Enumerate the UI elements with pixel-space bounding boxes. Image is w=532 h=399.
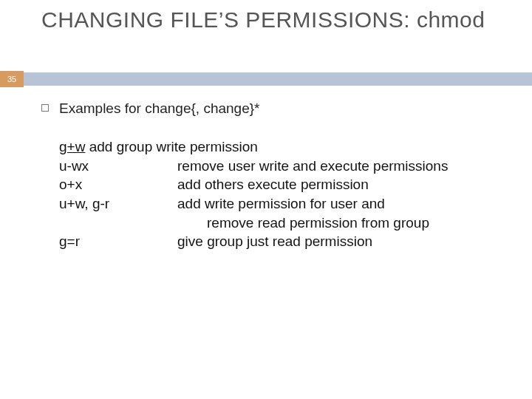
example-desc: remove user write and execute permission…	[177, 157, 510, 176]
page-number-tab: 35	[0, 71, 24, 87]
bullet-text: Examples for change{, change}*	[59, 100, 259, 117]
example-cmd: g=r	[59, 232, 177, 251]
examples-block: g+w add group write permission u-wx remo…	[59, 137, 510, 251]
header-rule	[0, 72, 532, 86]
example-cmd: u-wx	[59, 157, 177, 176]
example-row: g+w add group write permission	[59, 137, 510, 157]
example-desc-continuation: remove read permission from group	[207, 214, 510, 233]
slide: CHANGING FILE’S PERMISSIONS: chmod 35 Ex…	[0, 0, 532, 399]
example-cmd: u+w, g-r	[59, 194, 177, 214]
example-row: u+w, g-r add write permission for user a…	[59, 194, 510, 214]
example-desc: add others execute permission	[177, 175, 510, 194]
example-row: u-wx remove user write and execute permi…	[59, 157, 510, 176]
bullet-item: Examples for change{, change}*	[41, 100, 510, 117]
example-cmd: g+w	[59, 139, 85, 154]
example-cmd: o+x	[59, 175, 177, 194]
example-line-1: g+w add group write permission	[59, 137, 258, 157]
example-desc: add write permission for user and	[177, 194, 510, 214]
slide-title-block: CHANGING FILE’S PERMISSIONS: chmod	[41, 7, 517, 33]
example-desc: add group write permission	[85, 139, 257, 154]
slide-body: Examples for change{, change}* g+w add g…	[41, 100, 510, 251]
square-bullet-icon	[41, 104, 49, 112]
example-desc: give group just read permission	[177, 232, 510, 251]
slide-title: CHANGING FILE’S PERMISSIONS: chmod	[41, 7, 517, 33]
example-row: o+x add others execute permission	[59, 175, 510, 194]
example-row: g=r give group just read permission	[59, 232, 510, 251]
